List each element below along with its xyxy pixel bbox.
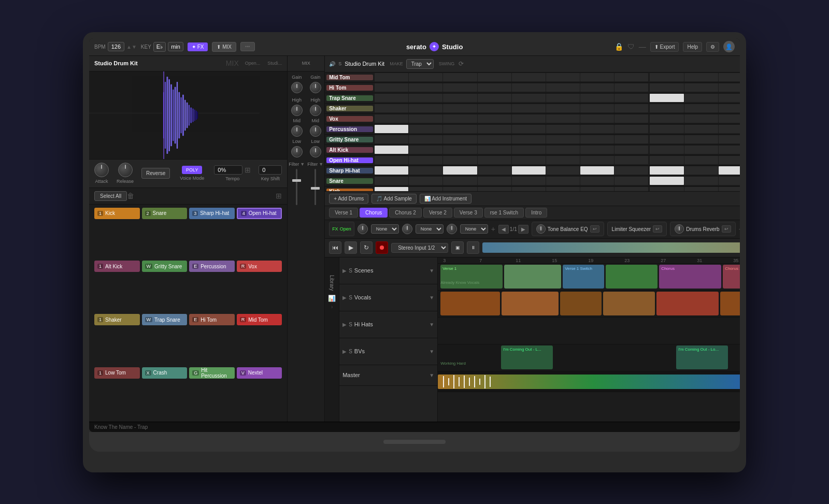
step-6[interactable]	[580, 125, 614, 133]
step-5[interactable]	[546, 94, 580, 102]
drum-label-alt-kick[interactable]: Alt Kick	[326, 147, 373, 153]
step-4[interactable]	[512, 73, 546, 81]
step-7[interactable]	[614, 166, 648, 175]
pad-shaker[interactable]: 1Shaker	[94, 314, 140, 325]
step-10[interactable]	[719, 94, 740, 102]
step-7[interactable]	[614, 156, 648, 164]
play-button[interactable]: ▶	[345, 241, 357, 254]
step-3[interactable]	[478, 156, 511, 164]
help-button[interactable]: Help	[683, 42, 702, 52]
step-2[interactable]	[443, 166, 477, 175]
step-9[interactable]	[684, 187, 718, 191]
pad-trap-snare[interactable]: WTrap Snare	[142, 314, 188, 325]
arr-tab-chorus[interactable]: Chorus	[360, 208, 388, 218]
vocals-clip-5[interactable]	[656, 292, 719, 315]
fx-knob-3[interactable]	[447, 224, 457, 234]
fx-knob-2[interactable]	[402, 224, 412, 234]
master-lane[interactable]	[438, 371, 740, 392]
step-8[interactable]	[650, 156, 683, 164]
step-1[interactable]	[409, 114, 442, 123]
pad-snare[interactable]: 2Snare	[142, 208, 188, 219]
step-0[interactable]	[375, 104, 408, 112]
pad-vox[interactable]: RVox	[237, 261, 282, 272]
drum-label-sharp-hi-hat[interactable]: Sharp Hi-hat	[326, 168, 373, 174]
timeline-content[interactable]: 3 7 11 15 19 23 27 31 35 39 43	[438, 257, 740, 422]
step-3[interactable]	[478, 94, 511, 102]
step-3[interactable]	[478, 135, 511, 143]
timeline-overview[interactable]	[482, 242, 740, 253]
step-2[interactable]	[443, 125, 477, 133]
step-7[interactable]	[614, 104, 648, 112]
step-2[interactable]	[443, 156, 477, 164]
clip-chorus-1[interactable]: Chorus	[659, 265, 721, 289]
user-avatar[interactable]: 👤	[723, 41, 735, 52]
step-9[interactable]	[684, 114, 718, 123]
pad-nextel[interactable]: VNextel	[237, 367, 282, 379]
pad-alt-kick[interactable]: 1Alt Kick	[94, 261, 140, 272]
step-7[interactable]	[614, 94, 648, 102]
step-8[interactable]	[650, 83, 683, 92]
rewind-button[interactable]: ⏮	[329, 241, 341, 254]
pad-low-tom[interactable]: 1Low Tom	[94, 367, 140, 379]
step-4[interactable]	[512, 177, 546, 185]
step-6[interactable]	[580, 187, 614, 191]
step-10[interactable]	[719, 114, 740, 123]
scenes-lane[interactable]: Verse 1 Verse 1 Switch Chorus Chorus 2	[438, 264, 740, 291]
drum-label-percussion[interactable]: Percussion	[326, 126, 373, 132]
filter-arrow-left[interactable]: ▼	[300, 162, 305, 167]
step-5[interactable]	[546, 187, 580, 191]
step-4[interactable]	[512, 114, 546, 123]
pause-button[interactable]: ⏸	[467, 241, 479, 254]
step-0[interactable]	[375, 94, 408, 102]
pad-open-hi-hat[interactable]: 4Open Hi-hat	[237, 208, 282, 219]
step-7[interactable]	[614, 135, 648, 143]
vertical-fader-right[interactable]	[315, 169, 316, 205]
vocals-clip-4[interactable]	[603, 292, 655, 315]
scenes-expand[interactable]: ▶	[342, 268, 347, 273]
step-0[interactable]	[375, 156, 408, 164]
extra-button[interactable]: •••	[240, 42, 254, 51]
hihats-expand[interactable]: ▶	[342, 322, 347, 327]
bvs-clip-2[interactable]: I'm Coming Out - Lo...	[676, 345, 728, 369]
clip-verse1-2[interactable]	[504, 265, 561, 289]
step-6[interactable]	[580, 73, 614, 81]
release-knob[interactable]	[118, 163, 133, 177]
step-3[interactable]	[478, 104, 511, 112]
step-8[interactable]	[650, 187, 683, 191]
vocals-clip-1[interactable]	[440, 292, 500, 315]
step-1[interactable]	[409, 177, 442, 185]
step-1[interactable]	[409, 135, 442, 143]
step-3[interactable]	[478, 73, 511, 81]
step-2[interactable]	[443, 135, 477, 143]
clip-v1-3[interactable]	[606, 265, 658, 289]
select-all-button[interactable]: Select All	[94, 191, 127, 201]
drum-label-hi-tom[interactable]: Hi Tom	[326, 85, 373, 91]
step-6[interactable]	[580, 114, 614, 123]
clip-switch-1[interactable]: Verse 1 Switch	[563, 265, 604, 289]
step-9[interactable]	[684, 73, 718, 81]
bpm-value[interactable]: 126	[108, 42, 124, 51]
gain-right-knob[interactable]	[310, 82, 321, 93]
step-4[interactable]	[512, 94, 546, 102]
step-10[interactable]	[719, 177, 740, 185]
attack-knob[interactable]	[94, 163, 109, 177]
step-3[interactable]	[478, 166, 511, 175]
step-8[interactable]	[650, 104, 683, 112]
step-3[interactable]	[478, 187, 511, 191]
step-3[interactable]	[478, 125, 511, 133]
settings-button[interactable]: ⚙	[706, 42, 719, 52]
step-1[interactable]	[409, 166, 442, 175]
step-2[interactable]	[443, 114, 477, 123]
step-5[interactable]	[546, 135, 580, 143]
step-4[interactable]	[512, 125, 546, 133]
step-9[interactable]	[684, 156, 718, 164]
arr-tab-rse-1-switch[interactable]: rse 1 Switch	[484, 208, 524, 218]
step-0[interactable]	[375, 125, 408, 133]
step-0[interactable]	[375, 114, 408, 123]
step-8[interactable]	[650, 177, 683, 185]
step-7[interactable]	[614, 146, 648, 154]
key-scale[interactable]: min	[168, 42, 183, 51]
high-knob[interactable]	[291, 105, 303, 116]
step-5[interactable]	[546, 83, 580, 92]
tempo-arrows[interactable]: ⊞	[245, 166, 251, 174]
